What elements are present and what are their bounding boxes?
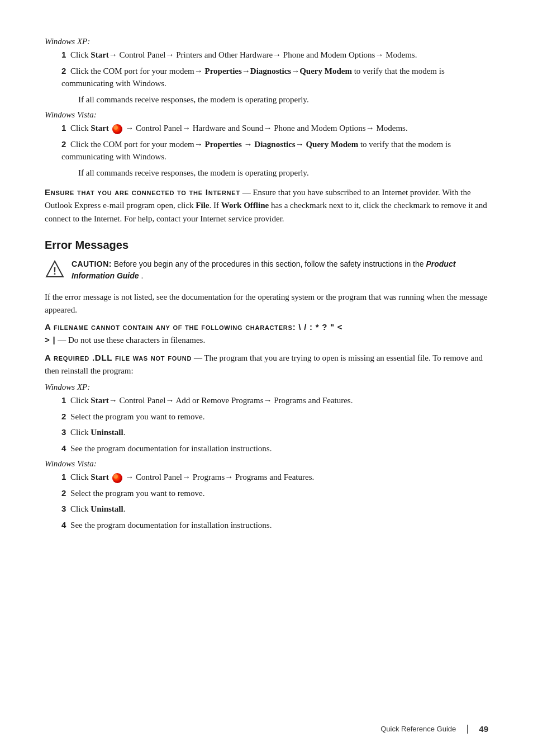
dll-heading: A required .DLL file was not found xyxy=(45,353,192,362)
xp2-step-4: 4 See the program documentation for inst… xyxy=(61,442,488,455)
vista-step-1: 1 Click Start → Control Panel→ Hardware … xyxy=(61,122,488,135)
windows-vista-section-1: Windows Vista: 1 Click Start → Control P… xyxy=(45,110,488,179)
ensure-heading: Ensure that you are connected to the Int… xyxy=(45,187,240,197)
svg-text:!: ! xyxy=(53,266,56,277)
vista-steps-list-1: 1 Click Start → Control Panel→ Hardware … xyxy=(61,122,488,179)
vista2-step-number-4: 4 xyxy=(61,520,66,530)
dll-heading-block: A required .DLL file was not found — The… xyxy=(45,352,488,377)
xp-step-2: 2 Click the COM port for your modem→ Pro… xyxy=(61,65,488,90)
xp2-step-1: 1 Click Start→ Control Panel→ Add or Rem… xyxy=(61,394,488,407)
vista-if-all-1: If all commands receive responses, the m… xyxy=(78,167,488,179)
page-footer: Quick Reference Guide 49 xyxy=(380,724,488,734)
vista2-step-4: 4 See the program documentation for inst… xyxy=(61,519,488,532)
windows-xp-section-1: Windows XP: 1 Click Start→ Control Panel… xyxy=(45,37,488,106)
xp-step-1: 1 Click Start→ Control Panel→ Printers a… xyxy=(61,49,488,62)
vista2-step-3: 3 Click Uninstall. xyxy=(61,503,488,516)
ensure-em-dash: — xyxy=(242,188,253,197)
vista2-step-number-1: 1 xyxy=(61,472,66,481)
step-number-2: 2 xyxy=(61,66,66,75)
xp2-step-number-4: 4 xyxy=(61,443,66,453)
vista2-uninstall-bold: Uninstall xyxy=(91,504,123,513)
xp2-step2-text: Select the program you want to remove. xyxy=(70,412,204,421)
xp2-step-number-3: 3 xyxy=(61,427,66,437)
xp2-step-2: 2 Select the program you want to remove. xyxy=(61,410,488,423)
vista2-step-1: 1 Click Start → Control Panel→ Programs→… xyxy=(61,471,488,484)
windows-xp-label-1: Windows XP: xyxy=(45,37,488,46)
xp-steps-list-2: 1 Click Start→ Control Panel→ Add or Rem… xyxy=(61,394,488,455)
xp2-step-number-1: 1 xyxy=(61,395,66,405)
xp2-step-number-2: 2 xyxy=(61,412,66,421)
filename-heading-block: A filename cannot contain any of the fol… xyxy=(45,321,488,346)
vista-step-number-2: 2 xyxy=(61,139,66,149)
caution-box: ! CAUTION: Before you begin any of the p… xyxy=(45,258,488,282)
windows-vista-icon-1 xyxy=(112,124,122,134)
vista-step-2: 2 Click the COM port for your modem→ Pro… xyxy=(61,138,488,163)
windows-xp-section-2: Windows XP: 1 Click Start→ Control Panel… xyxy=(45,382,488,455)
windows-xp-label-2: Windows XP: xyxy=(45,382,488,392)
xp-steps-list-1: 1 Click Start→ Control Panel→ Printers a… xyxy=(61,49,488,106)
windows-vista-label-2: Windows Vista: xyxy=(45,459,488,469)
windows-vista-section-2: Windows Vista: 1 Click Start → Control P… xyxy=(45,459,488,531)
vista2-step2-text: Select the program you want to remove. xyxy=(70,489,204,498)
filename-body-text: Do not use these characters in filenames… xyxy=(68,336,205,344)
caution-body: Before you begin any of the procedures i… xyxy=(114,259,426,268)
error-messages-heading: Error Messages xyxy=(45,239,488,252)
vista-step-number-1: 1 xyxy=(61,123,66,133)
windows-vista-label-1: Windows Vista: xyxy=(45,110,488,120)
xp-props-bold: Properties→Diagnostics→Query Modem xyxy=(204,67,351,75)
vista2-start-bold: Start xyxy=(91,472,109,481)
vista-props-bold: Properties → Diagnostics→ Query Modem xyxy=(204,140,358,149)
vista-start-bold: Start xyxy=(91,124,109,133)
caution-label: CAUTION: xyxy=(72,259,112,268)
step-number-1: 1 xyxy=(61,50,66,59)
filename-heading: A filename cannot contain any of the fol… xyxy=(45,322,342,332)
xp2-step-3: 3 Click Uninstall. xyxy=(61,426,488,439)
xp2-step4-text: See the program documentation for instal… xyxy=(70,444,272,453)
xp2-step1-text: Click Start→ Control Panel→ Add or Remov… xyxy=(70,396,353,405)
ensure-connected-paragraph: Ensure that you are connected to the Int… xyxy=(45,186,488,225)
xp-step1-text: Click Start→ Control Panel→ Printers and… xyxy=(70,50,417,59)
vista2-step1-text: Click Start → Control Panel→ Programs→ P… xyxy=(70,472,314,481)
vista-step1-text: Click Start → Control Panel→ Hardware an… xyxy=(70,124,408,133)
footer-title: Quick Reference Guide xyxy=(380,725,456,733)
vista-step2-text: Click the COM port for your modem→ Prope… xyxy=(61,140,451,162)
error-intro-paragraph: If the error message is not listed, see … xyxy=(45,291,488,317)
xp2-step3-text: Click Uninstall. xyxy=(70,428,125,437)
start-bold: Start xyxy=(91,50,109,59)
caution-period: . xyxy=(141,271,143,280)
vista2-step3-text: Click Uninstall. xyxy=(70,504,125,513)
vista2-step-number-3: 3 xyxy=(61,504,66,513)
vista-steps-list-2: 1 Click Start → Control Panel→ Programs→… xyxy=(61,471,488,531)
xp2-uninstall-bold: Uninstall xyxy=(91,428,123,437)
xp-if-all-1: If all commands receive responses, the m… xyxy=(78,93,488,106)
xp-step2-text: Click the COM port for your modem→ Prope… xyxy=(61,67,445,88)
dll-em-dash: — xyxy=(194,353,204,362)
filename-heading-cont: > | xyxy=(45,335,55,344)
vista2-step4-text: See the program documentation for instal… xyxy=(70,521,272,530)
vista2-step-number-2: 2 xyxy=(61,488,66,498)
footer-divider xyxy=(467,725,468,734)
filename-em-dash: — xyxy=(58,336,68,344)
windows-vista-icon-2 xyxy=(112,473,122,483)
work-offline-bold: Work Offline xyxy=(221,201,269,210)
page: Windows XP: 1 Click Start→ Control Panel… xyxy=(0,0,533,756)
vista2-step-2: 2 Select the program you want to remove. xyxy=(61,487,488,500)
caution-triangle-icon: ! xyxy=(45,259,65,280)
file-bold: File xyxy=(196,201,209,210)
xp2-start-bold: Start xyxy=(91,396,109,405)
caution-text-block: CAUTION: Before you begin any of the pro… xyxy=(72,258,488,282)
footer-page-number: 49 xyxy=(479,724,488,734)
